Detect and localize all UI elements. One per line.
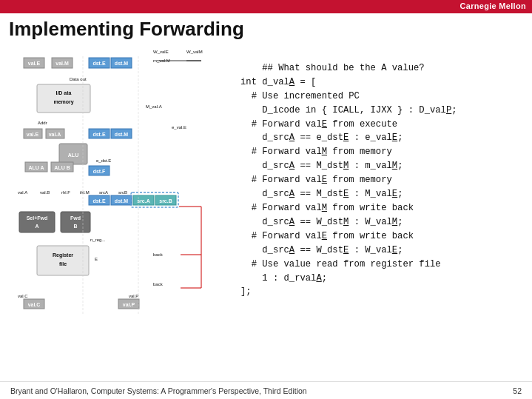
svg-text:I/D ata: I/D ata bbox=[55, 90, 71, 95]
svg-text:dst.M: dst.M bbox=[115, 198, 128, 204]
svg-text:val.C: val.C bbox=[28, 302, 41, 307]
svg-text:val.P: val.P bbox=[123, 302, 135, 307]
svg-rect-16 bbox=[37, 84, 90, 113]
svg-text:srcA: srcA bbox=[99, 190, 108, 195]
svg-text:n_reg...: n_reg... bbox=[90, 238, 106, 242]
svg-text:dst.M: dst.M bbox=[115, 132, 128, 137]
svg-text:val.A: val.A bbox=[18, 190, 27, 195]
svg-text:val.C: val.C bbox=[18, 294, 28, 298]
svg-text:dst.M: dst.M bbox=[115, 61, 128, 66]
svg-text:ihl.M: ihl.M bbox=[80, 190, 90, 195]
svg-text:back: back bbox=[153, 282, 164, 286]
header-bar: Carnegie Mellon bbox=[0, 0, 532, 13]
svg-text:Sel+Fwd: Sel+Fwd bbox=[27, 215, 48, 221]
svg-text:val.M: val.M bbox=[55, 61, 69, 66]
main-content: W_valE W_valM val.E val.M dst.E dst.M m_… bbox=[0, 13, 532, 381]
svg-text:ALU: ALU bbox=[68, 152, 78, 158]
svg-text:Addr: Addr bbox=[38, 121, 47, 125]
footer: Bryant and O'Hallaron, Computer Systems:… bbox=[0, 381, 532, 399]
svg-text:ALU A: ALU A bbox=[28, 165, 44, 170]
diagram-area: W_valE W_valM val.E val.M dst.E dst.M m_… bbox=[9, 47, 227, 366]
svg-text:W_valE: W_valE bbox=[153, 50, 169, 54]
svg-text:src.A: src.A bbox=[137, 198, 150, 204]
svg-rect-62 bbox=[37, 246, 89, 275]
svg-text:val.E: val.E bbox=[27, 132, 39, 137]
svg-text:rhl.F: rhl.F bbox=[61, 190, 70, 195]
svg-text:Fwd: Fwd bbox=[70, 215, 81, 221]
svg-text:srcB: srcB bbox=[118, 190, 127, 195]
svg-text:e_val.E: e_val.E bbox=[172, 125, 186, 130]
svg-text:val.P: val.P bbox=[129, 294, 138, 298]
svg-text:B: B bbox=[73, 224, 77, 229]
brand-name: Carnegie Mellon bbox=[460, 1, 526, 10]
page-number: 52 bbox=[513, 386, 522, 395]
pipeline-diagram: W_valE W_valM val.E val.M dst.E dst.M m_… bbox=[9, 47, 223, 366]
svg-text:memory: memory bbox=[53, 99, 73, 105]
page-title: Implementing Forwarding bbox=[0, 13, 532, 44]
code-block: ## What should be the A value? int d_val… bbox=[227, 47, 523, 375]
code-line-1: ## What should be the A value? int d_val… bbox=[240, 63, 457, 298]
svg-text:dst.F: dst.F bbox=[93, 169, 106, 174]
svg-text:val.B: val.B bbox=[40, 190, 50, 195]
svg-text:ALU B: ALU B bbox=[54, 165, 70, 170]
svg-text:Register: Register bbox=[53, 252, 73, 258]
svg-text:A: A bbox=[35, 224, 38, 229]
svg-text:dst.E: dst.E bbox=[92, 132, 105, 137]
svg-text:val.A: val.A bbox=[49, 132, 61, 137]
svg-text:W_valM: W_valM bbox=[186, 50, 203, 54]
footer-citation: Bryant and O'Hallaron, Computer Systems:… bbox=[10, 386, 307, 395]
svg-text:M_val.A: M_val.A bbox=[146, 104, 162, 109]
svg-text:E: E bbox=[95, 257, 98, 261]
svg-text:e_dst.E: e_dst.E bbox=[96, 158, 111, 163]
svg-text:file: file bbox=[59, 261, 67, 266]
svg-text:dst.E: dst.E bbox=[92, 61, 105, 66]
svg-text:val.E: val.E bbox=[28, 61, 41, 66]
svg-text:back: back bbox=[153, 252, 164, 257]
svg-text:dst.E: dst.E bbox=[92, 198, 105, 204]
svg-text:Data out: Data out bbox=[70, 77, 87, 81]
svg-text:src.B: src.B bbox=[159, 198, 172, 204]
